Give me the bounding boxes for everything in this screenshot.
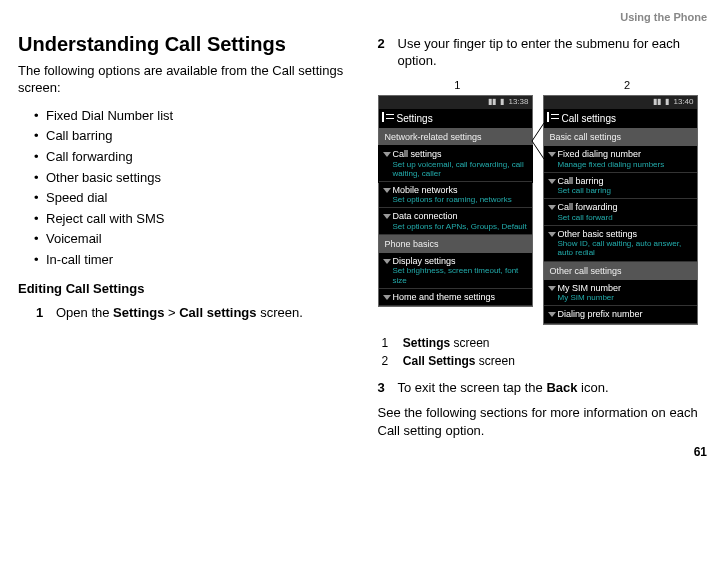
item-subtitle: Set up voicemail, call forwarding, call …: [393, 160, 528, 178]
signal-icon: ▮▮: [653, 97, 661, 108]
clock: 13:40: [673, 97, 693, 108]
right-column: 2 Use your finger tip to enter the subme…: [378, 31, 708, 440]
item-title: Data connection: [393, 211, 458, 221]
step-text: To exit the screen tap the Back icon.: [398, 379, 708, 397]
item-subtitle: Set options for APNs, Groups, Default: [393, 222, 528, 231]
item-subtitle: My SIM number: [558, 293, 693, 302]
closing-text: See the following sections for more info…: [378, 404, 708, 439]
item-display-settings[interactable]: Display settings Set brightness, screen …: [379, 253, 532, 289]
list-item: Speed dial: [34, 189, 348, 207]
step-number: 1: [36, 304, 46, 322]
item-home-theme[interactable]: Home and theme settings: [379, 289, 532, 306]
item-my-sim[interactable]: My SIM number My SIM number: [544, 280, 697, 307]
screenshot-call-settings: ▮▮ ▮ 13:40 Call settings Basic call sett…: [543, 95, 698, 325]
battery-icon: ▮: [500, 97, 504, 108]
back-icon[interactable]: [382, 112, 396, 122]
item-title: Home and theme settings: [393, 292, 496, 302]
list-item: Voicemail: [34, 230, 348, 248]
page-number: 61: [18, 444, 707, 460]
item-subtitle: Set options for roaming, networks: [393, 195, 528, 204]
list-item: Other basic settings: [34, 169, 348, 187]
status-bar: ▮▮ ▮ 13:38: [379, 96, 532, 109]
list-item: Call barring: [34, 127, 348, 145]
step-text: Use your finger tip to enter the submenu…: [398, 35, 708, 70]
title-bar: Call settings: [544, 109, 697, 129]
item-title: My SIM number: [558, 283, 622, 293]
t: >: [164, 305, 179, 320]
bold-call-settings: Call settings: [179, 305, 256, 320]
step-text: Open the Settings > Call settings screen…: [56, 304, 348, 322]
screenshot-pair: ▮▮ ▮ 13:38 Settings Network-related sett…: [378, 95, 708, 325]
bold-back: Back: [546, 380, 577, 395]
item-title: Display settings: [393, 256, 456, 266]
item-dialing-prefix[interactable]: Dialing prefix number: [544, 306, 697, 323]
t: To exit the screen tap the: [398, 380, 547, 395]
item-title: Fixed dialing number: [558, 149, 642, 159]
item-mobile-networks[interactable]: Mobile networks Set options for roaming,…: [379, 182, 532, 209]
item-call-settings[interactable]: Call settings Set up voicemail, call for…: [379, 146, 532, 182]
options-list: Fixed Dial Number list Call barring Call…: [18, 107, 348, 268]
item-data-connection[interactable]: Data connection Set options for APNs, Gr…: [379, 208, 532, 235]
legend-num: 2: [382, 353, 400, 369]
legend-text: screen: [450, 336, 489, 350]
screenshot-settings: ▮▮ ▮ 13:38 Settings Network-related sett…: [378, 95, 533, 307]
status-bar: ▮▮ ▮ 13:40: [544, 96, 697, 109]
legend-num: 1: [382, 335, 400, 351]
running-header: Using the Phone: [18, 10, 707, 25]
item-title: Call barring: [558, 176, 604, 186]
item-subtitle: Set call barring: [558, 186, 693, 195]
item-title: Mobile networks: [393, 185, 458, 195]
t: screen.: [257, 305, 303, 320]
list-item: Reject call with SMS: [34, 210, 348, 228]
item-other-basic[interactable]: Other basic settings Show ID, call waiti…: [544, 226, 697, 262]
content-columns: Understanding Call Settings The followin…: [18, 31, 707, 440]
fig-label-1: 1: [454, 78, 460, 93]
list-item: Fixed Dial Number list: [34, 107, 348, 125]
legend-text: screen: [476, 354, 515, 368]
item-title: Other basic settings: [558, 229, 638, 239]
title-bar: Settings: [379, 109, 532, 129]
legend-row: 2 Call Settings screen: [382, 353, 708, 369]
subheading-editing: Editing Call Settings: [18, 280, 348, 298]
item-title: Dialing prefix number: [558, 309, 643, 319]
bold-settings: Settings: [113, 305, 164, 320]
step-3: 3 To exit the screen tap the Back icon.: [378, 379, 708, 397]
legend-bold: Call Settings: [403, 354, 476, 368]
fig-label-2: 2: [624, 78, 630, 93]
back-icon[interactable]: [547, 112, 561, 122]
section-header: Phone basics: [379, 235, 532, 253]
step-2: 2 Use your finger tip to enter the subme…: [378, 35, 708, 70]
legend-bold: Settings: [403, 336, 450, 350]
intro-text: The following options are available from…: [18, 62, 348, 97]
step-number: 2: [378, 35, 388, 70]
screen-title: Call settings: [562, 113, 616, 124]
figure-legend: 1 Settings screen 2 Call Settings screen: [382, 335, 708, 369]
section-title: Understanding Call Settings: [18, 31, 348, 58]
step-1: 1 Open the Settings > Call settings scre…: [36, 304, 348, 322]
clock: 13:38: [508, 97, 528, 108]
signal-icon: ▮▮: [488, 97, 496, 108]
left-column: Understanding Call Settings The followin…: [18, 31, 348, 440]
screen-title: Settings: [397, 113, 433, 124]
item-subtitle: Manage fixed dialing numbers: [558, 160, 693, 169]
list-item: In-call timer: [34, 251, 348, 269]
section-header: Other call settings: [544, 262, 697, 280]
item-subtitle: Show ID, call waiting, auto answer, auto…: [558, 239, 693, 257]
figure-labels: 1 2: [378, 78, 708, 93]
list-item: Call forwarding: [34, 148, 348, 166]
step-number: 3: [378, 379, 388, 397]
item-fixed-dialing[interactable]: Fixed dialing number Manage fixed dialin…: [544, 146, 697, 173]
item-subtitle: Set brightness, screen timeout, font siz…: [393, 266, 528, 284]
t: Open the: [56, 305, 113, 320]
item-subtitle: Set call forward: [558, 213, 693, 222]
legend-row: 1 Settings screen: [382, 335, 708, 351]
battery-icon: ▮: [665, 97, 669, 108]
section-header: Basic call settings: [544, 128, 697, 146]
item-call-barring[interactable]: Call barring Set call barring: [544, 173, 697, 200]
section-header: Network-related settings: [379, 128, 532, 146]
item-call-forwarding[interactable]: Call forwarding Set call forward: [544, 199, 697, 226]
item-title: Call settings: [393, 149, 442, 159]
item-title: Call forwarding: [558, 202, 618, 212]
t: icon.: [577, 380, 608, 395]
